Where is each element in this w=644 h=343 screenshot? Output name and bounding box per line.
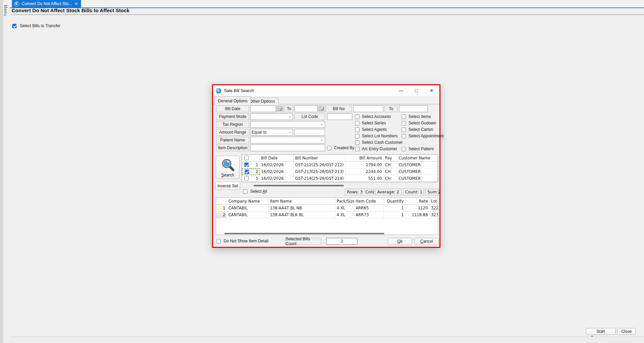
- filter-checkbox-select-accounts[interactable]: Select Accounts: [355, 114, 391, 119]
- dialog-title: Sale Bill Search: [224, 88, 254, 93]
- header-bill-amount[interactable]: Bill Amount: [345, 155, 384, 161]
- row-checkbox-icon[interactable]: [244, 176, 249, 181]
- maximize-button[interactable]: □: [410, 86, 422, 95]
- close-button[interactable]: Close: [617, 328, 636, 335]
- page-title-divider: [12, 14, 644, 15]
- checkbox-icon[interactable]: [402, 115, 406, 119]
- search-button[interactable]: Search: [216, 156, 240, 179]
- items-table-row[interactable]: 2CANTABIL138 AA4T BLK BL4 XLARR7311118.8…: [216, 211, 438, 218]
- items-hscrollbar-thumb[interactable]: [224, 233, 384, 234]
- bill-no-from-input[interactable]: [353, 105, 383, 112]
- patient-name-select[interactable]: ⌄: [250, 137, 325, 143]
- row-checkbox-cell[interactable]: [242, 168, 252, 175]
- status-box: Average: 2: [375, 189, 402, 195]
- select-bills-to-transfer-checkbox[interactable]: Select Bills to Transfer: [12, 23, 60, 28]
- header-rate[interactable]: Rate: [405, 198, 430, 205]
- row-checkbox-icon[interactable]: [244, 162, 249, 167]
- filter-checkbox-select-series[interactable]: Select Series: [355, 120, 386, 126]
- bill-date-from-calendar-icon[interactable]: [276, 105, 284, 112]
- checkbox-icon[interactable]: [402, 134, 406, 138]
- bill-amount-cell: 2794.00: [345, 161, 384, 168]
- filter-checkbox-label: A/c Entry Customer: [362, 147, 397, 151]
- amount-value-input[interactable]: [294, 129, 325, 136]
- bill-amount-cell: 551.00: [345, 175, 384, 182]
- header-item-code[interactable]: Item Code: [354, 198, 384, 205]
- start-conversion-button[interactable]: Start Conversion: [586, 328, 616, 335]
- checkbox-icon[interactable]: [402, 121, 406, 125]
- row-checkbox-icon[interactable]: [245, 170, 249, 174]
- bills-table-row[interactable]: 216/02/2026GST-213(25-26/GST-213)2244.00…: [242, 168, 438, 175]
- app-logo-icon: L: [14, 1, 19, 6]
- bills-table-row[interactable]: 316/02/2026GST-214(25-26/GST-214)551.00C…: [242, 175, 438, 182]
- amount-operator-select[interactable]: Equal to⌄: [250, 129, 293, 136]
- row-checkbox-cell[interactable]: [242, 175, 252, 182]
- lot-code-input[interactable]: [327, 113, 352, 120]
- header-item-name[interactable]: Item Name: [269, 198, 335, 205]
- select-all-checkbox[interactable]: Select All: [243, 189, 267, 194]
- bills-table: Bill DateBill NumberBill AmountPayCustom…: [242, 154, 438, 182]
- header-customer-name[interactable]: Customer Name: [397, 155, 438, 161]
- filter-checkbox-select-lot-numbers[interactable]: Select Lot Numbers: [355, 133, 398, 139]
- side-menu-strip[interactable]: Menu: [0, 0, 10, 343]
- bill-date-to-input[interactable]: [294, 105, 318, 112]
- header-company-name[interactable]: Company Name: [227, 198, 269, 205]
- close-dialog-button[interactable]: ✕: [426, 86, 437, 95]
- filter-checkbox-select-patient[interactable]: Select Patient: [402, 146, 434, 152]
- filter-checkbox-select-agents[interactable]: Select Agents: [355, 127, 387, 132]
- checkbox-icon[interactable]: [402, 147, 406, 151]
- tab-close-icon[interactable]: ✕: [74, 2, 78, 6]
- header-pay[interactable]: Pay: [384, 155, 397, 161]
- header-checkbox-icon[interactable]: [244, 156, 249, 160]
- filter-checkbox-a-c-entry-customer[interactable]: A/c Entry Customer: [355, 146, 397, 152]
- filter-checkbox-select-cash-customer[interactable]: Select Cash Customer: [355, 140, 403, 145]
- bills-table-header: Bill DateBill NumberBill AmountPayCustom…: [242, 155, 438, 161]
- amount-range-label: Amount Range: [216, 129, 249, 136]
- checkbox-icon[interactable]: [327, 146, 332, 150]
- checkbox-icon[interactable]: [355, 134, 359, 138]
- filter-checkbox-select-items[interactable]: Select Items: [402, 114, 431, 119]
- items-table-row[interactable]: 1CANTABIL138 AA4T BL NB4 XLARR6511120322: [216, 205, 438, 211]
- bills-table-row[interactable]: 116/02/2026GST-212(25-26/GST-212)2794.00…: [242, 161, 438, 168]
- bill-date-cell: 16/02/2026: [260, 168, 294, 175]
- tax-region-select[interactable]: ⌄: [250, 121, 325, 128]
- bills-hscrollbar-thumb[interactable]: [254, 185, 344, 186]
- checkbox-icon[interactable]: [355, 115, 359, 119]
- tab-convert-bills[interactable]: L Convert Do Not Affect Sto... ✕: [12, 0, 81, 7]
- filter-checkbox-select-godown[interactable]: Select Godown: [402, 120, 436, 126]
- checkbox-icon[interactable]: [355, 127, 359, 132]
- payment-mode-select[interactable]: ⌄: [250, 113, 293, 120]
- bill-date-from-input[interactable]: [250, 105, 276, 112]
- customer-name-cell: CUSTOMER: [397, 168, 438, 175]
- customer-name-cell: CUSTOMER: [397, 175, 438, 182]
- bill-date-to-calendar-icon[interactable]: [318, 105, 325, 112]
- item-description-input[interactable]: [250, 144, 325, 151]
- checkbox-icon[interactable]: [12, 24, 17, 28]
- created-by-checkbox[interactable]: Created By: [327, 145, 354, 151]
- chevron-down-icon: ⌄: [320, 122, 323, 126]
- item-name-cell: 138 AA4T BLK BL: [269, 211, 335, 218]
- checkbox-icon[interactable]: [355, 140, 359, 145]
- tab-general-options[interactable]: General Options: [214, 97, 251, 105]
- header-bill-number[interactable]: Bill Number: [294, 155, 345, 161]
- cancel-button[interactable]: Cancel: [415, 238, 439, 245]
- row-checkbox-cell[interactable]: [242, 161, 252, 168]
- row-number-cell: 1: [216, 205, 227, 211]
- minimize-button[interactable]: —: [395, 86, 407, 95]
- checkbox-icon[interactable]: [355, 147, 359, 151]
- checkbox-icon[interactable]: [216, 239, 221, 243]
- ok-button[interactable]: Ok: [388, 238, 412, 245]
- pay-cell: CH: [384, 161, 397, 168]
- filter-checkbox-select-carton[interactable]: Select Carton: [402, 127, 433, 132]
- header-select-all-cell[interactable]: [242, 155, 252, 161]
- header-bill-date[interactable]: Bill Date: [260, 155, 294, 161]
- inverse-selection-button[interactable]: Inverse Sel: [215, 182, 240, 190]
- do-not-show-item-detail-checkbox[interactable]: Do Not Show Item Detail: [216, 239, 268, 243]
- header-pack-size[interactable]: Pack/Size: [335, 198, 354, 205]
- checkbox-icon[interactable]: [355, 121, 359, 125]
- checkbox-icon[interactable]: [243, 189, 247, 194]
- filter-checkbox-select-appointment[interactable]: Select Appointment: [402, 133, 444, 139]
- checkbox-icon[interactable]: [402, 127, 406, 132]
- header-quantity[interactable]: Quantity: [384, 198, 405, 205]
- bill-no-to-input[interactable]: [399, 105, 428, 112]
- header-lot[interactable]: Lot: [430, 198, 438, 205]
